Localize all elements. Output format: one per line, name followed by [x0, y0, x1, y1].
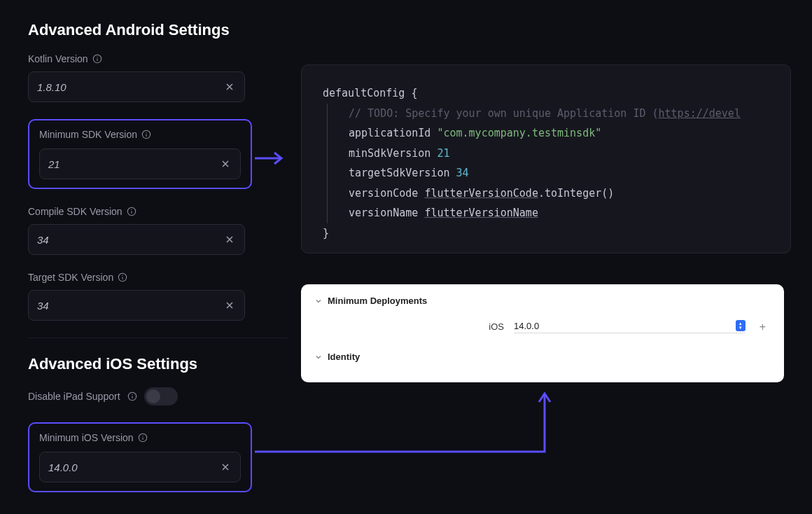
info-icon[interactable]	[127, 207, 136, 216]
minimum-sdk-label: Minimum SDK Version	[39, 129, 137, 140]
kotlin-version-field: Kotlin Version 1.8.10	[28, 53, 245, 102]
close-icon[interactable]	[223, 299, 236, 312]
code-line: versionName flutterVersionName	[349, 203, 769, 223]
info-icon[interactable]	[92, 54, 102, 64]
svg-point-3	[146, 132, 147, 133]
code-line: targetSdkVersion 34	[349, 163, 769, 183]
stepper-icon[interactable]: ▲▼	[736, 320, 746, 331]
svg-point-1	[97, 57, 97, 57]
close-icon[interactable]	[223, 81, 236, 93]
disable-ipad-toggle[interactable]	[144, 387, 178, 405]
android-settings-title: Advanced Android Settings	[28, 21, 784, 39]
divider	[28, 338, 287, 338]
info-icon[interactable]	[141, 130, 151, 139]
compile-sdk-input[interactable]: 34	[28, 224, 245, 255]
xcode-ios-value[interactable]: 14.0.0	[514, 321, 730, 331]
xcode-ios-deployment-row: iOS 14.0.0 ▲▼ +	[315, 320, 770, 333]
kotlin-version-input[interactable]: 1.8.10	[28, 71, 245, 102]
close-icon[interactable]	[219, 461, 232, 473]
code-line: // TODO: Specify your own unique Applica…	[349, 104, 769, 124]
code-line: versionCode flutterVersionCode.toInteger…	[349, 183, 769, 204]
compile-sdk-field: Compile SDK Version 34	[28, 206, 245, 255]
info-icon[interactable]	[127, 391, 137, 401]
chevron-down-icon	[315, 354, 322, 361]
svg-point-5	[131, 209, 132, 210]
target-sdk-label: Target SDK Version	[28, 272, 113, 283]
plus-icon[interactable]: +	[755, 321, 770, 333]
chevron-down-icon	[315, 298, 322, 305]
info-icon[interactable]	[118, 272, 127, 282]
code-line: applicationId "com.mycompany.testminsdk"	[349, 123, 769, 144]
code-line: minSdkVersion 21	[349, 144, 769, 164]
info-icon[interactable]	[138, 433, 148, 443]
disable-ipad-row: Disable iPad Support	[28, 387, 784, 405]
svg-point-7	[122, 275, 123, 276]
disable-ipad-label: Disable iPad Support	[28, 391, 120, 402]
target-sdk-field: Target SDK Version 34	[28, 272, 245, 321]
minimum-ios-label: Minimum iOS Version	[39, 432, 134, 443]
code-line: defaultConfig {	[323, 83, 769, 104]
svg-point-9	[132, 394, 132, 395]
xcode-identity-heading[interactable]: Identity	[315, 352, 770, 362]
xcode-ios-label: iOS	[476, 321, 504, 332]
kotlin-version-label: Kotlin Version	[28, 53, 88, 64]
svg-point-11	[142, 436, 143, 436]
minimum-ios-input[interactable]: 14.0.0	[39, 452, 241, 482]
minimum-sdk-input[interactable]: 21	[39, 148, 241, 179]
code-line: }	[323, 223, 769, 244]
compile-sdk-label: Compile SDK Version	[28, 206, 122, 217]
close-icon[interactable]	[219, 158, 232, 170]
minimum-ios-highlight: Minimum iOS Version 14.0.0	[28, 422, 252, 492]
close-icon[interactable]	[223, 233, 236, 246]
xcode-panel: Minimum Deployments iOS 14.0.0 ▲▼ + Iden…	[301, 284, 784, 382]
minimum-sdk-highlight: Minimum SDK Version 21	[28, 119, 252, 189]
target-sdk-input[interactable]: 34	[28, 290, 245, 321]
xcode-minimum-deployments-heading[interactable]: Minimum Deployments	[315, 296, 770, 306]
arrow-right-icon	[253, 150, 284, 167]
code-panel: defaultConfig { // TODO: Specify your ow…	[301, 64, 791, 253]
